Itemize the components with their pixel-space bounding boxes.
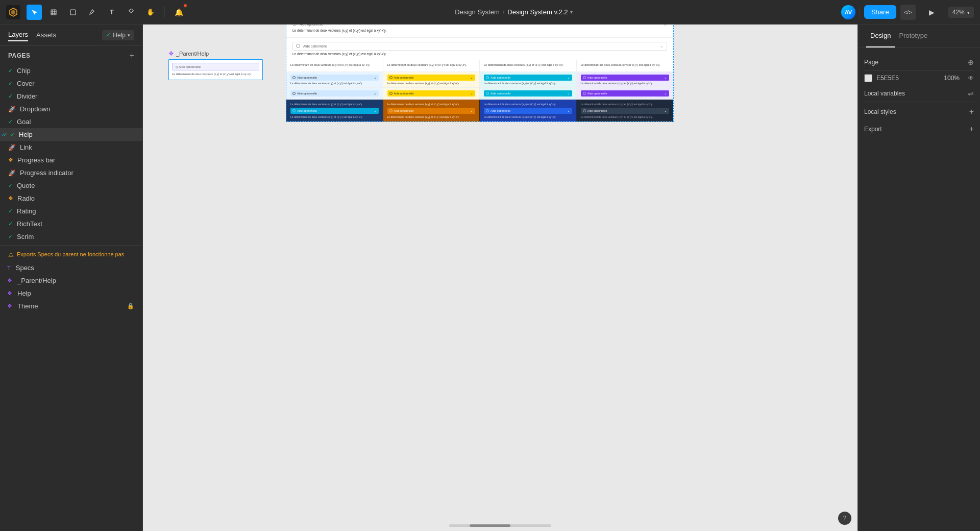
page-item-help2[interactable]: ❖ Help <box>0 287 142 300</box>
page-item-progress-bar[interactable]: ❖ Progress bar <box>0 154 142 166</box>
sidebar-tabs: Layers Assets ✓ Help ▾ <box>0 25 142 46</box>
svg-rect-7 <box>70 10 76 15</box>
design-tab[interactable]: Design <box>866 25 895 47</box>
page-label-radio: Radio <box>17 195 35 202</box>
parent-help-frame: ◎ Aide optionnelle Le déterminant de deu… <box>168 59 263 80</box>
page-icon-help2: ❖ <box>7 290 12 297</box>
pen-tool[interactable] <box>85 5 100 20</box>
hand-tool[interactable]: ✋ <box>143 5 158 20</box>
prototype-tab[interactable]: Prototype <box>895 25 932 47</box>
help-frame: Le déterminant de deux vecteurs (x,y) et… <box>286 25 674 122</box>
page-label-help2: Help <box>17 289 31 297</box>
page-item-richtext[interactable]: ✓ RichText <box>0 218 142 230</box>
page-color-hex[interactable]: E5E5E5 <box>876 75 899 82</box>
help-icon-bottom[interactable]: ? <box>838 512 851 525</box>
help-section-2: Aide optionnelle ⌄ Le déterminant de deu… <box>286 38 673 60</box>
page-icon-link: 🚀 <box>8 144 16 151</box>
grid-cell-2-1: Aide optionnelle ⌄ Le déterminant de deu… <box>286 72 383 87</box>
page-label-quote: Quote <box>17 182 35 189</box>
local-variables-icon[interactable]: ⇌ <box>968 89 974 98</box>
export-label: Export <box>864 126 882 133</box>
breadcrumb-current[interactable]: Design System v.2.2 ▾ <box>507 8 572 16</box>
page-item-rating[interactable]: ✓ Rating <box>0 205 142 218</box>
present-button[interactable]: ▶ <box>924 5 940 20</box>
toolbar-divider-1 <box>164 6 165 18</box>
grid-cell-3-3: Aide optionnelle ⌄ <box>480 88 577 99</box>
page-label-scrim: Scrim <box>17 233 34 240</box>
page-label-progress-indicator: Progress indicator <box>20 169 74 177</box>
visibility-icon[interactable]: 👁 <box>968 75 974 82</box>
page-item-divider[interactable]: ✓ Divider <box>0 90 142 103</box>
scrollbar-track[interactable] <box>449 524 551 527</box>
local-variables-label: Local variables <box>864 90 905 97</box>
page-item-quote[interactable]: ✓ Quote <box>0 179 142 192</box>
scrollbar-thumb[interactable] <box>470 524 510 527</box>
notification-dot <box>183 4 187 8</box>
page-color-swatch[interactable] <box>864 74 872 82</box>
page-item-theme[interactable]: ❖ Theme 🔒 <box>0 300 142 312</box>
page-item-goal[interactable]: ✓ Goal <box>0 115 142 128</box>
page-icon-cover: ✓ <box>8 80 13 87</box>
page-item-progress-indicator[interactable]: 🚀 Progress indicator <box>0 166 142 179</box>
export-add-button[interactable]: + <box>969 125 974 134</box>
select-tool[interactable] <box>27 5 42 20</box>
code-button[interactable]: </> <box>900 5 916 20</box>
warning-item: ⚠ Exports Specs du parent ne fonctionne … <box>0 248 142 261</box>
local-styles-section: Local styles + <box>864 102 974 119</box>
page-check-help: ✓ <box>3 131 8 138</box>
pages-header: Pages + <box>0 46 142 63</box>
layers-tab[interactable]: Layers <box>8 29 28 41</box>
page-icon-scrim: ✓ <box>8 233 13 240</box>
page-item-chip[interactable]: ✓ Chip <box>0 64 142 77</box>
help-label: Help <box>113 32 126 39</box>
left-sidebar: Layers Assets ✓ Help ▾ Pages + ✓ Chip ✓ … <box>0 25 143 531</box>
local-variables-section: Local variables ⇌ <box>864 85 974 102</box>
page-item-cover[interactable]: ✓ Cover <box>0 77 142 90</box>
pages-list: ✓ Chip ✓ Cover ✓ Divider 🚀 Dropdown ✓ Go… <box>0 63 142 531</box>
components-tool[interactable] <box>124 5 139 20</box>
page-item-help[interactable]: ✓ ✓ Help <box>0 128 142 141</box>
page-icon-parent-help: ❖ <box>7 277 12 284</box>
page-icon-quote: ✓ <box>8 182 13 189</box>
help-chip-2: Aide optionnelle ⌄ <box>292 42 667 51</box>
zoom-control[interactable]: 42% ▾ <box>948 7 974 18</box>
page-item-scrim[interactable]: ✓ Scrim <box>0 230 142 243</box>
grid-cell-2-3: Aide optionnelle ⌄ Le déterminant de deu… <box>480 72 577 87</box>
toolbar-right: AV Share </> ▶ 42% ▾ <box>841 5 974 20</box>
toolbar-divider-4 <box>944 6 944 18</box>
shape-tool[interactable] <box>65 5 81 20</box>
page-item-specs[interactable]: T Specs <box>0 261 142 274</box>
grid-cell-3-1: Aide optionnelle ⌄ <box>286 88 383 99</box>
page-color-opacity[interactable]: 100% <box>944 75 960 82</box>
chip-circle-2 <box>296 44 300 48</box>
text-tool[interactable]: T <box>104 5 119 20</box>
toolbar-divider-3 <box>920 6 920 18</box>
grid-cell-2-4: Aide optionnelle ⌄ Le déterminant de deu… <box>577 72 674 87</box>
page-item-radio[interactable]: ❖ Radio <box>0 192 142 205</box>
page-item-dropdown[interactable]: 🚀 Dropdown <box>0 103 142 115</box>
assets-tab[interactable]: Assets <box>36 29 56 41</box>
local-styles-add-button[interactable]: + <box>969 107 974 116</box>
svg-marker-1 <box>11 10 15 15</box>
page-label-goal: Goal <box>17 118 31 126</box>
user-avatar: AV <box>841 5 855 19</box>
pages-add-button[interactable]: + <box>130 51 134 60</box>
page-section: Page ⊕ <box>864 54 974 71</box>
page-icon-richtext: ✓ <box>8 221 13 227</box>
page-item-parent-help[interactable]: ❖ _Parent/Help <box>0 274 142 287</box>
page-label-dropdown: Dropdown <box>20 105 50 113</box>
page-icon-dropdown: 🚀 <box>8 106 16 113</box>
page-item-link[interactable]: 🚀 Link <box>0 141 142 154</box>
toolbar-divider-2 <box>860 6 860 18</box>
breadcrumb-parent[interactable]: Design System <box>455 8 499 16</box>
app-logo[interactable] <box>6 5 20 19</box>
share-button[interactable]: Share <box>864 5 896 19</box>
help-button[interactable]: ✓ Help ▾ <box>102 30 134 40</box>
breadcrumb-separator: / <box>503 8 505 16</box>
page-icon-chip: ✓ <box>8 67 13 74</box>
frame-tool[interactable] <box>46 5 61 20</box>
page-label-richtext: RichText <box>17 220 42 228</box>
canvas[interactable]: ❖ _Parent/Help ◎ Aide optionnelle Le dét… <box>143 25 857 531</box>
toolbar: T ✋ 🔔 Design System / Design System v.2.… <box>0 0 980 25</box>
page-settings-icon[interactable]: ⊕ <box>968 58 974 66</box>
